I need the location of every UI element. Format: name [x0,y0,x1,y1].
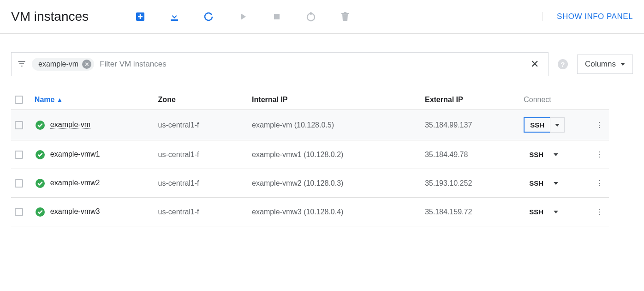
ssh-button[interactable]: SSH [524,176,563,190]
filter-box: example-vm ✕ ✕ [11,52,549,76]
row-checkbox[interactable] [15,179,23,188]
columns-label: Columns [585,60,616,69]
col-external-ip[interactable]: External IP [421,90,520,110]
external-ip-cell: 35.184.49.78 [421,140,520,169]
header: VM instances SHOW INFO PANEL [0,0,644,34]
more-options-icon[interactable]: ⋮ [589,169,609,198]
status-running-icon [35,149,46,160]
filter-chip[interactable]: example-vm ✕ [32,58,94,71]
table-row: example-vmw2us-central1-fexample-vmw2 (1… [11,169,609,198]
status-running-icon [35,206,46,218]
reset-icon[interactable] [305,11,316,22]
ssh-button[interactable]: SSH [524,148,563,161]
more-options-icon[interactable]: ⋮ [589,110,609,140]
svg-rect-1 [274,14,280,19]
ssh-dropdown-icon[interactable] [549,148,563,161]
ssh-dropdown-icon[interactable] [549,205,563,218]
external-ip-cell: 35.184.159.72 [421,198,520,226]
page-title: VM instances [11,9,89,24]
external-ip-cell: 35.193.10.252 [421,169,520,198]
zone-cell: us-central1-f [155,140,249,169]
chip-remove-icon[interactable]: ✕ [82,60,91,69]
internal-ip-cell: example-vmw3 (10.128.0.4) [248,198,421,226]
show-info-panel-button[interactable]: SHOW INFO PANEL [543,12,633,21]
vm-name-link[interactable]: example-vmw1 [50,150,100,158]
filter-chip-label: example-vm [38,60,78,68]
external-ip-cell: 35.184.99.137 [421,110,520,140]
filter-icon [17,59,26,70]
delete-icon[interactable] [340,11,351,22]
col-zone[interactable]: Zone [155,90,249,110]
row-checkbox[interactable] [15,151,23,159]
stop-icon[interactable] [271,11,282,22]
clear-filter-icon[interactable]: ✕ [527,58,543,70]
create-icon[interactable] [135,11,146,22]
vm-name-link[interactable]: example-vmw2 [50,179,100,187]
internal-ip-cell: example-vmw2 (10.128.0.3) [248,169,421,198]
ssh-button[interactable]: SSH [524,117,565,133]
internal-ip-cell: example-vmw1 (10.128.0.2) [248,140,421,169]
row-checkbox[interactable] [15,208,23,216]
zone-cell: us-central1-f [155,169,249,198]
table-row: example-vmus-central1-fexample-vm (10.12… [11,110,609,140]
vm-name-link[interactable]: example-vm [50,121,90,129]
col-connect: Connect [520,90,589,110]
more-options-icon[interactable]: ⋮ [589,198,609,226]
ssh-dropdown-icon[interactable] [549,176,563,190]
ssh-dropdown-icon[interactable] [550,117,565,133]
ssh-button[interactable]: SSH [524,205,563,218]
row-checkbox[interactable] [15,121,23,129]
vm-name-link[interactable]: example-vmw3 [50,207,100,215]
status-running-icon [35,120,46,131]
vm-table: Name▲ Zone Internal IP External IP Conne… [11,90,609,226]
filter-input[interactable] [100,60,521,69]
toolbar [135,11,351,22]
help-icon[interactable]: ? [558,59,568,69]
more-options-icon[interactable]: ⋮ [589,140,609,169]
zone-cell: us-central1-f [155,198,249,226]
import-icon[interactable] [169,11,180,22]
internal-ip-cell: example-vm (10.128.0.5) [248,110,421,140]
table-row: example-vmw3us-central1-fexample-vmw3 (1… [11,198,609,226]
select-all-checkbox[interactable] [15,96,23,104]
sort-arrow-icon: ▲ [56,96,63,103]
refresh-icon[interactable] [203,11,214,22]
columns-button[interactable]: Columns [577,55,633,74]
chevron-down-icon [620,63,625,66]
start-icon[interactable] [237,11,248,22]
col-name[interactable]: Name▲ [31,90,155,110]
status-running-icon [35,178,46,189]
zone-cell: us-central1-f [155,110,249,140]
col-internal-ip[interactable]: Internal IP [248,90,421,110]
filter-bar: example-vm ✕ ✕ ? Columns [0,34,644,90]
table-row: example-vmw1us-central1-fexample-vmw1 (1… [11,140,609,169]
